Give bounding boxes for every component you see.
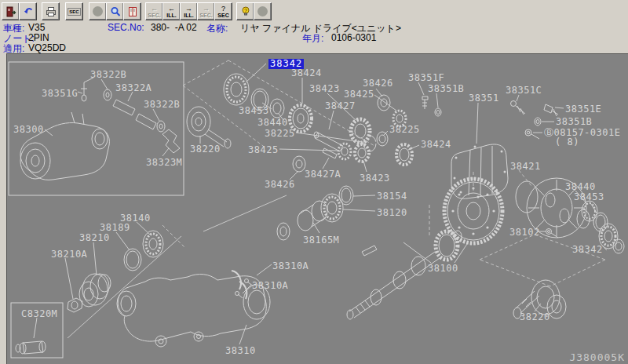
part-label[interactable]: 38427 bbox=[325, 101, 356, 111]
part-label[interactable]: 38220 bbox=[190, 144, 221, 155]
sec-next-button[interactable]: → SEC. bbox=[197, 2, 215, 20]
ill-next-button[interactable]: → ILL. bbox=[180, 2, 198, 20]
sec-list-button[interactable]: SEC bbox=[65, 2, 83, 20]
sec-list-label: SEC bbox=[68, 8, 80, 16]
part-label[interactable]: 38322A bbox=[115, 83, 152, 93]
left-arrow-icon: ← bbox=[151, 5, 158, 13]
sec-prev-button[interactable]: ← SEC. bbox=[145, 2, 163, 20]
period-value: 0106-0301 bbox=[331, 32, 376, 43]
part-label[interactable]: 38342 bbox=[572, 245, 603, 255]
index-book-button[interactable] bbox=[123, 2, 141, 20]
part-label[interactable]: ( 8) bbox=[555, 137, 579, 147]
part-label[interactable]: 38165M bbox=[303, 235, 339, 246]
part-label[interactable]: 38351G bbox=[42, 89, 78, 99]
part-label[interactable]: 38453 bbox=[574, 192, 604, 202]
part-label[interactable]: 38323M bbox=[146, 158, 182, 168]
toolbar: SEC ← SEC. ← ILL. → ILL. → SEC. ? bbox=[0, 2, 628, 20]
zoom-button[interactable] bbox=[106, 2, 124, 20]
part-label[interactable]: 38154 bbox=[377, 191, 407, 202]
help-button[interactable]: ? bbox=[236, 2, 254, 20]
applicability-value: VQ25DD bbox=[28, 42, 66, 53]
part-label[interactable]: 38351C bbox=[506, 86, 542, 96]
part-label[interactable]: 38423 bbox=[309, 84, 340, 94]
undo-button[interactable] bbox=[19, 2, 37, 20]
part-label[interactable]: 38423 bbox=[360, 173, 390, 184]
part-label[interactable]: 38426 bbox=[363, 78, 393, 89]
period-label: 年月: bbox=[302, 32, 323, 46]
printer-icon bbox=[46, 6, 57, 17]
right-arrow-icon: → bbox=[185, 5, 192, 13]
note-value: 2PIN bbox=[28, 32, 49, 43]
door-exit-icon bbox=[5, 6, 16, 17]
undo-arrow-icon bbox=[23, 6, 34, 17]
part-label[interactable]: 38102 bbox=[509, 228, 540, 238]
magnifier-icon bbox=[110, 6, 121, 17]
question-icon: ? bbox=[221, 5, 225, 13]
right-arrow-icon: → bbox=[203, 5, 210, 13]
ill-prev-button[interactable]: ← ILL. bbox=[162, 2, 181, 20]
help-lamp-icon: ? bbox=[240, 6, 251, 17]
part-label[interactable]: 38453 bbox=[239, 106, 269, 116]
part-label[interactable]: 38310 bbox=[225, 346, 256, 356]
part-label[interactable]: 38300 bbox=[13, 125, 44, 135]
disabled-circle-icon bbox=[93, 6, 103, 16]
part-label[interactable]: C8320M bbox=[21, 309, 57, 319]
part-label[interactable]: 38424 bbox=[421, 140, 451, 150]
part-label[interactable]: 38351B bbox=[428, 84, 464, 94]
part-label[interactable]: 38225 bbox=[265, 129, 295, 139]
part-label[interactable]: 38322B bbox=[144, 100, 180, 110]
book-icon bbox=[127, 6, 138, 17]
part-label[interactable]: 38440 bbox=[257, 118, 288, 128]
disabled-tool-button-1[interactable] bbox=[89, 2, 107, 20]
part-label[interactable]: 38225 bbox=[389, 125, 420, 135]
disabled-circle-icon bbox=[257, 6, 268, 16]
svg-text:?: ? bbox=[244, 7, 247, 13]
vehicle-value: V35 bbox=[28, 22, 45, 33]
part-label[interactable]: 38351F bbox=[408, 73, 444, 83]
part-label[interactable]: 38425 bbox=[344, 89, 374, 100]
part-label[interactable]: 38351B bbox=[556, 117, 592, 127]
part-label[interactable]: 38310A bbox=[272, 261, 309, 271]
part-label[interactable]: 38210 bbox=[79, 233, 110, 243]
part-label[interactable]: 38421 bbox=[510, 162, 541, 172]
part-label[interactable]: 38351E bbox=[565, 104, 601, 115]
disabled-tool-button-2[interactable] bbox=[254, 2, 272, 20]
sec-search-button[interactable]: ? SEC bbox=[214, 2, 232, 20]
part-label[interactable]: 38427A bbox=[305, 169, 341, 180]
part-label[interactable]: 38100 bbox=[428, 264, 458, 274]
left-arrow-icon: ← bbox=[168, 5, 175, 13]
part-label[interactable]: 38425 bbox=[248, 145, 279, 155]
part-label[interactable]: 38424 bbox=[291, 68, 322, 78]
part-label[interactable]: 38351 bbox=[469, 93, 499, 104]
drawing-code: J380005K bbox=[569, 351, 625, 363]
part-label[interactable]: 38120 bbox=[377, 208, 407, 218]
part-label[interactable]: 38322B bbox=[90, 70, 126, 80]
print-button[interactable] bbox=[42, 2, 60, 20]
part-label[interactable]: 38310A bbox=[252, 281, 288, 291]
part-label[interactable]: 38220 bbox=[520, 312, 550, 322]
name-label: 名称: bbox=[206, 22, 228, 35]
sec-no-value: 380- -A 02 bbox=[151, 22, 197, 33]
part-label[interactable]: 38426 bbox=[265, 180, 295, 190]
sec-no-label: SEC.No: bbox=[108, 22, 144, 33]
part-label[interactable]: 38210A bbox=[51, 249, 87, 260]
exit-button[interactable] bbox=[2, 2, 20, 20]
diagram-canvas[interactable]: J380005K 38322B38351G38322A38322B3830038… bbox=[6, 53, 628, 364]
